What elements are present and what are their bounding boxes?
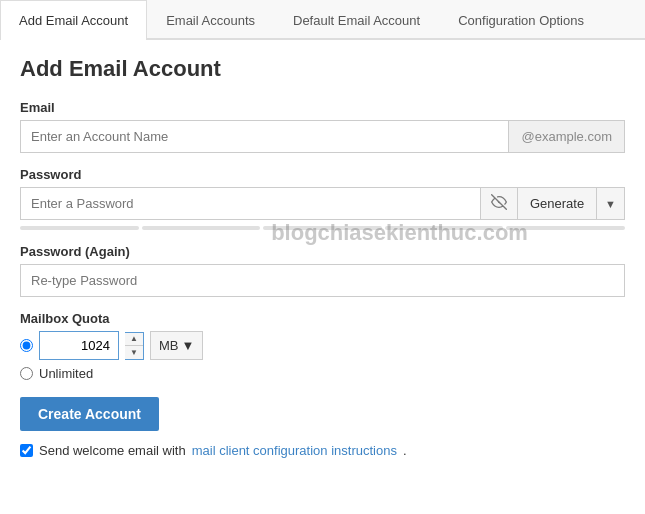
strength-seg-4 xyxy=(385,226,504,230)
email-row: @example.com xyxy=(20,120,625,153)
toggle-password-button[interactable] xyxy=(481,187,518,220)
password-again-group: Password (Again) xyxy=(20,244,625,297)
quota-unit-chevron-icon: ▼ xyxy=(182,338,195,353)
tab-email-accounts[interactable]: Email Accounts xyxy=(147,0,274,40)
password-again-label: Password (Again) xyxy=(20,244,625,259)
unlimited-label: Unlimited xyxy=(39,366,93,381)
welcome-text-after: . xyxy=(403,443,407,458)
password-label: Password xyxy=(20,167,625,182)
password-row: Generate ▼ xyxy=(20,187,625,220)
quota-unit-button[interactable]: MB ▼ xyxy=(150,331,203,360)
unlimited-row: Unlimited xyxy=(20,366,625,381)
eye-slash-icon xyxy=(491,194,507,213)
quota-row: ▲ ▼ MB ▼ xyxy=(20,331,625,360)
tab-default-email[interactable]: Default Email Account xyxy=(274,0,439,40)
welcome-row: Send welcome email with mail client conf… xyxy=(20,443,625,458)
quota-spinner: ▲ ▼ xyxy=(125,332,144,360)
create-account-button[interactable]: Create Account xyxy=(20,397,159,431)
welcome-text-before: Send welcome email with xyxy=(39,443,186,458)
content-area: Add Email Account Email @example.com Pas… xyxy=(0,40,645,474)
quota-label: Mailbox Quota xyxy=(20,311,625,326)
email-input[interactable] xyxy=(20,120,509,153)
strength-seg-3 xyxy=(263,226,382,230)
tab-config-options[interactable]: Configuration Options xyxy=(439,0,603,40)
retype-password-input[interactable] xyxy=(20,264,625,297)
email-domain: @example.com xyxy=(509,120,625,153)
email-field-group: Email @example.com xyxy=(20,100,625,153)
strength-seg-5 xyxy=(506,226,625,230)
page-title: Add Email Account xyxy=(20,56,625,82)
quota-unit-label: MB xyxy=(159,338,179,353)
generate-dropdown-button[interactable]: ▼ xyxy=(597,187,625,220)
strength-seg-1 xyxy=(20,226,139,230)
password-field-group: Password Generate ▼ xyxy=(20,167,625,230)
quota-radio[interactable] xyxy=(20,339,33,352)
generate-button[interactable]: Generate xyxy=(518,187,597,220)
tab-add-email[interactable]: Add Email Account xyxy=(0,0,147,40)
tab-bar: Add Email Account Email Accounts Default… xyxy=(0,0,645,40)
mail-config-link[interactable]: mail client configuration instructions xyxy=(192,443,397,458)
quota-value-input[interactable] xyxy=(39,331,119,360)
chevron-down-icon: ▼ xyxy=(605,198,616,210)
unlimited-radio[interactable] xyxy=(20,367,33,380)
strength-seg-2 xyxy=(142,226,261,230)
password-strength-bar xyxy=(20,226,625,230)
quota-increment-button[interactable]: ▲ xyxy=(125,333,143,346)
email-label: Email xyxy=(20,100,625,115)
quota-group: Mailbox Quota ▲ ▼ MB ▼ Unlimited xyxy=(20,311,625,381)
password-input[interactable] xyxy=(20,187,481,220)
quota-decrement-button[interactable]: ▼ xyxy=(125,346,143,359)
welcome-email-checkbox[interactable] xyxy=(20,444,33,457)
